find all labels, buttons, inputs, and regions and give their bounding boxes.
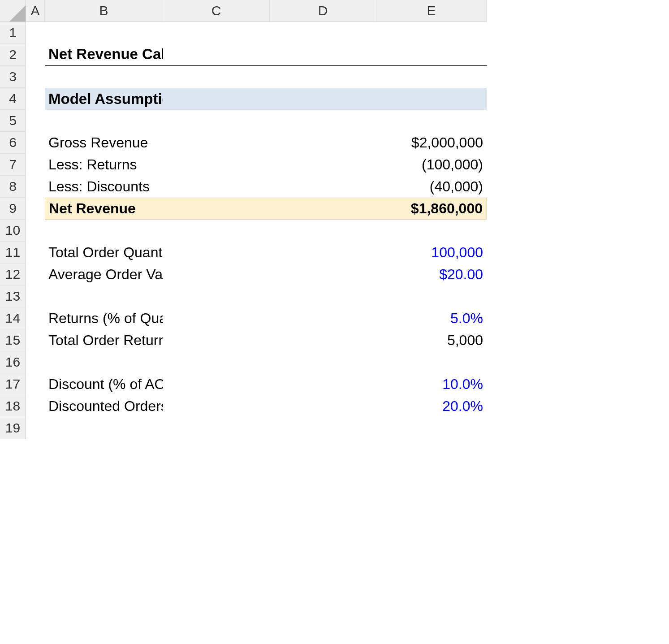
cell-c11[interactable] <box>163 242 270 264</box>
cell-d1[interactable] <box>270 22 376 44</box>
row-header-18[interactable]: 18 <box>0 395 26 417</box>
cell-a11[interactable] <box>26 242 45 264</box>
cell-a8[interactable] <box>26 176 45 198</box>
row-header-19[interactable]: 19 <box>0 417 26 439</box>
cell-c12[interactable] <box>163 264 270 285</box>
cell-a13[interactable] <box>26 285 45 307</box>
cell-a7[interactable] <box>26 154 45 176</box>
col-header-a[interactable]: A <box>26 0 45 22</box>
value-total-order-returns[interactable]: 5,000 <box>376 329 487 351</box>
row-header-14[interactable]: 14 <box>0 307 26 329</box>
cell-e3[interactable] <box>376 66 487 88</box>
cell-c14[interactable] <box>163 307 270 329</box>
cell-c3[interactable] <box>163 66 270 88</box>
value-returns-pct-qty[interactable]: 5.0% <box>376 307 487 329</box>
row-header-7[interactable]: 7 <box>0 154 26 176</box>
row-header-17[interactable]: 17 <box>0 373 26 395</box>
cell-d8[interactable] <box>270 176 376 198</box>
cell-c19[interactable] <box>163 417 270 439</box>
cell-e4[interactable] <box>376 88 487 110</box>
cell-d12[interactable] <box>270 264 376 285</box>
cell-b5[interactable] <box>45 110 163 132</box>
cell-a18[interactable] <box>26 395 45 417</box>
cell-e10[interactable] <box>376 220 487 242</box>
label-aov[interactable]: Average Order Value (AOV) <box>45 264 163 285</box>
row-header-8[interactable]: 8 <box>0 176 26 198</box>
cell-a15[interactable] <box>26 329 45 351</box>
value-discount-pct-aov[interactable]: 10.0% <box>376 373 487 395</box>
cell-a6[interactable] <box>26 132 45 154</box>
row-header-5[interactable]: 5 <box>0 110 26 132</box>
row-header-16[interactable]: 16 <box>0 351 26 373</box>
value-gross-revenue[interactable]: $2,000,000 <box>376 132 487 154</box>
cell-c17[interactable] <box>163 373 270 395</box>
cell-e13[interactable] <box>376 285 487 307</box>
row-header-2[interactable]: 2 <box>0 44 26 66</box>
cell-d9[interactable] <box>270 198 376 220</box>
label-returns-pct-qty[interactable]: Returns (% of Quantity) <box>45 307 163 329</box>
value-net-revenue[interactable]: $1,860,000 <box>376 198 487 220</box>
row-header-9[interactable]: 9 <box>0 198 26 220</box>
cell-b3[interactable] <box>45 66 163 88</box>
cell-a17[interactable] <box>26 373 45 395</box>
cell-d16[interactable] <box>270 351 376 373</box>
row-header-12[interactable]: 12 <box>0 264 26 285</box>
cell-c6[interactable] <box>163 132 270 154</box>
row-header-10[interactable]: 10 <box>0 220 26 242</box>
cell-a9[interactable] <box>26 198 45 220</box>
cell-b10[interactable] <box>45 220 163 242</box>
row-header-15[interactable]: 15 <box>0 329 26 351</box>
cell-d18[interactable] <box>270 395 376 417</box>
cell-c8[interactable] <box>163 176 270 198</box>
cell-c7[interactable] <box>163 154 270 176</box>
value-less-returns[interactable]: (100,000) <box>376 154 487 176</box>
label-less-returns[interactable]: Less: Returns <box>45 154 163 176</box>
col-header-d[interactable]: D <box>270 0 376 22</box>
cell-c15[interactable] <box>163 329 270 351</box>
cell-a19[interactable] <box>26 417 45 439</box>
cell-c16[interactable] <box>163 351 270 373</box>
row-header-1[interactable]: 1 <box>0 22 26 44</box>
cell-b19[interactable] <box>45 417 163 439</box>
cell-d4[interactable] <box>270 88 376 110</box>
value-total-order-qty[interactable]: 100,000 <box>376 242 487 264</box>
cell-e1[interactable] <box>376 22 487 44</box>
cell-d5[interactable] <box>270 110 376 132</box>
cell-c18[interactable] <box>163 395 270 417</box>
cell-b4-section-header[interactable]: Model Assumptions <box>45 88 163 110</box>
cell-a12[interactable] <box>26 264 45 285</box>
cell-e5[interactable] <box>376 110 487 132</box>
cell-a2[interactable] <box>26 44 45 66</box>
value-aov[interactable]: $20.00 <box>376 264 487 285</box>
row-header-6[interactable]: 6 <box>0 132 26 154</box>
cell-b16[interactable] <box>45 351 163 373</box>
cell-a16[interactable] <box>26 351 45 373</box>
cell-c9[interactable] <box>163 198 270 220</box>
cell-b13[interactable] <box>45 285 163 307</box>
cell-e2[interactable] <box>376 44 487 66</box>
col-header-b[interactable]: B <box>45 0 163 22</box>
cell-d6[interactable] <box>270 132 376 154</box>
row-header-13[interactable]: 13 <box>0 285 26 307</box>
cell-c1[interactable] <box>163 22 270 44</box>
cell-d7[interactable] <box>270 154 376 176</box>
value-discounted-orders-pct[interactable]: 20.0% <box>376 395 487 417</box>
cell-c10[interactable] <box>163 220 270 242</box>
cell-a5[interactable] <box>26 110 45 132</box>
cell-c2[interactable] <box>163 44 270 66</box>
label-total-order-qty[interactable]: Total Order Quantity <box>45 242 163 264</box>
cell-b2-title[interactable]: Net Revenue Calculator <box>45 44 163 66</box>
cell-d13[interactable] <box>270 285 376 307</box>
cell-b1[interactable] <box>45 22 163 44</box>
label-less-discounts[interactable]: Less: Discounts <box>45 176 163 198</box>
cell-a14[interactable] <box>26 307 45 329</box>
row-header-3[interactable]: 3 <box>0 66 26 88</box>
cell-a4[interactable] <box>26 88 45 110</box>
cell-d3[interactable] <box>270 66 376 88</box>
select-all-corner[interactable] <box>0 0 26 22</box>
cell-a3[interactable] <box>26 66 45 88</box>
cell-a1[interactable] <box>26 22 45 44</box>
cell-d10[interactable] <box>270 220 376 242</box>
col-header-e[interactable]: E <box>376 0 487 22</box>
cell-c13[interactable] <box>163 285 270 307</box>
